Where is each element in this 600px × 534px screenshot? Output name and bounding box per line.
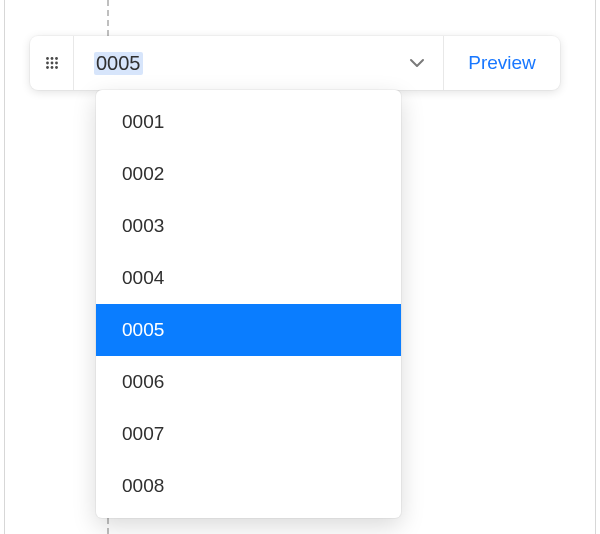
dropdown-item-label: 0002 [122,163,164,185]
chevron-down-icon [407,53,427,73]
select-dropdown: 00010002000300040005000600070008 [96,90,401,518]
dropdown-item-label: 0001 [122,111,164,133]
dropdown-item-label: 0006 [122,371,164,393]
svg-point-6 [46,66,49,69]
preview-label: Preview [468,52,536,74]
dropdown-item[interactable]: 0005 [96,304,401,356]
dropdown-item[interactable]: 0003 [96,200,401,252]
dropdown-item[interactable]: 0002 [96,148,401,200]
dropdown-item[interactable]: 0006 [96,356,401,408]
svg-point-4 [50,62,53,65]
dropdown-item[interactable]: 0001 [96,96,401,148]
column-select[interactable]: 0005 [74,36,444,90]
preview-button[interactable]: Preview [444,36,560,90]
select-value: 0005 [94,52,143,75]
dropdown-item-label: 0003 [122,215,164,237]
dropdown-item[interactable]: 0008 [96,460,401,512]
svg-point-8 [55,66,58,69]
dropdown-item-label: 0005 [122,319,164,341]
svg-point-7 [50,66,53,69]
svg-point-5 [55,62,58,65]
element-toolbar: 0005 Preview [30,36,560,90]
svg-point-2 [55,57,58,60]
dropdown-item-label: 0004 [122,267,164,289]
dropdown-item-label: 0008 [122,475,164,497]
dropdown-item[interactable]: 0004 [96,252,401,304]
svg-point-1 [50,57,53,60]
drag-handle-icon [45,56,59,70]
dropdown-item[interactable]: 0007 [96,408,401,460]
drag-handle[interactable] [30,36,74,90]
dropdown-item-label: 0007 [122,423,164,445]
svg-point-3 [46,62,49,65]
svg-point-0 [46,57,49,60]
